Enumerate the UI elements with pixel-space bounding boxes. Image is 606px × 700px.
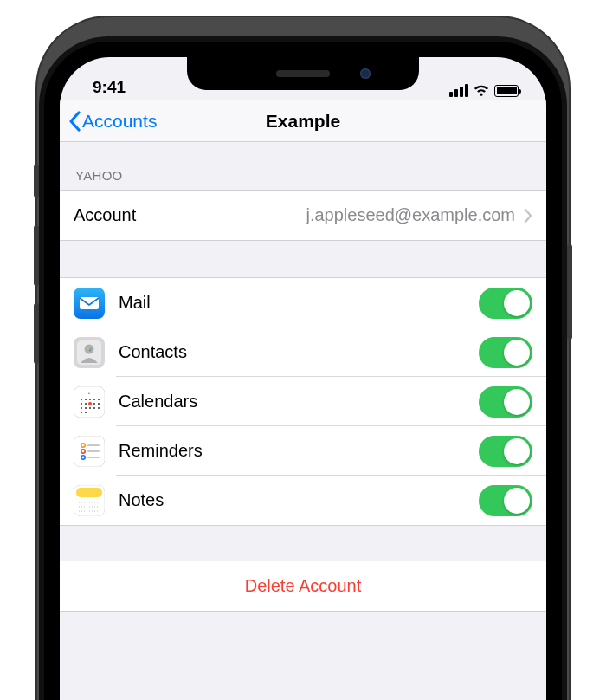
- chevron-right-icon: [524, 209, 532, 223]
- screen: 9:41 Accounts Example YAHOO: [60, 57, 546, 700]
- toggle-mail[interactable]: [479, 288, 532, 319]
- account-label: Account: [74, 205, 136, 225]
- svg-point-17: [85, 403, 87, 405]
- mail-icon: [74, 288, 105, 319]
- phone-frame: 9:41 Accounts Example YAHOO: [37, 17, 569, 700]
- svg-point-22: [89, 407, 91, 409]
- speaker-grille: [276, 70, 330, 77]
- svg-point-4: [85, 344, 94, 353]
- battery-icon: [494, 85, 519, 97]
- svg-point-15: [98, 399, 100, 400]
- status-time: 9:41: [81, 78, 126, 100]
- front-camera: [360, 68, 371, 79]
- service-label: Mail: [119, 293, 151, 313]
- navigation-bar: Accounts Example: [60, 100, 546, 142]
- svg-point-12: [85, 399, 87, 400]
- services-section: Mail Contacts •: [60, 277, 546, 526]
- back-label: Accounts: [82, 111, 157, 132]
- svg-point-19: [98, 403, 100, 405]
- service-label: Calendars: [119, 392, 197, 412]
- back-button[interactable]: Accounts: [68, 111, 157, 132]
- service-label: Contacts: [119, 342, 187, 362]
- wifi-icon: [474, 85, 489, 97]
- svg-point-21: [85, 407, 87, 409]
- toggle-calendars[interactable]: [479, 386, 532, 418]
- svg-point-25: [81, 412, 82, 413]
- service-label: Notes: [119, 490, 164, 510]
- delete-label: Delete Account: [245, 576, 362, 596]
- svg-point-11: [81, 399, 82, 400]
- svg-point-18: [93, 403, 95, 405]
- svg-point-23: [93, 407, 95, 409]
- toggle-reminders[interactable]: [479, 436, 532, 467]
- delete-section: Delete Account: [60, 561, 546, 612]
- toggle-notes[interactable]: [479, 485, 532, 516]
- service-label: Reminders: [119, 441, 203, 461]
- section-header-provider: YAHOO: [60, 142, 546, 190]
- account-section: Account j.appleseed@example.com: [60, 190, 546, 241]
- notch: [187, 57, 419, 90]
- service-row-mail: Mail: [60, 278, 546, 327]
- account-row[interactable]: Account j.appleseed@example.com: [60, 191, 546, 240]
- notes-icon: [74, 485, 105, 516]
- svg-point-20: [81, 407, 82, 409]
- delete-account-button[interactable]: Delete Account: [60, 561, 546, 611]
- contacts-icon: [74, 337, 105, 368]
- cellular-signal-icon: [449, 84, 468, 97]
- side-button: [567, 244, 572, 340]
- reminders-icon: [74, 436, 105, 467]
- svg-point-6: [90, 347, 92, 349]
- svg-point-7: [89, 349, 91, 351]
- svg-point-24: [98, 407, 100, 409]
- calendars-icon: •: [74, 386, 105, 418]
- toggle-contacts[interactable]: [479, 337, 532, 368]
- svg-text:•: •: [88, 391, 90, 396]
- svg-point-27: [88, 402, 92, 405]
- account-value: j.appleseed@example.com: [306, 205, 515, 225]
- svg-point-13: [89, 399, 91, 400]
- service-row-notes: Notes: [60, 476, 546, 525]
- svg-point-26: [85, 412, 87, 413]
- svg-point-5: [87, 347, 89, 349]
- service-row-calendars: • Calendars: [60, 377, 546, 426]
- service-row-reminders: Reminders: [60, 426, 546, 476]
- svg-rect-1: [80, 297, 99, 309]
- service-row-contacts: Contacts: [60, 327, 546, 377]
- svg-point-16: [81, 403, 82, 405]
- svg-point-14: [93, 399, 95, 400]
- svg-rect-36: [76, 488, 102, 497]
- chevron-left-icon: [68, 111, 81, 132]
